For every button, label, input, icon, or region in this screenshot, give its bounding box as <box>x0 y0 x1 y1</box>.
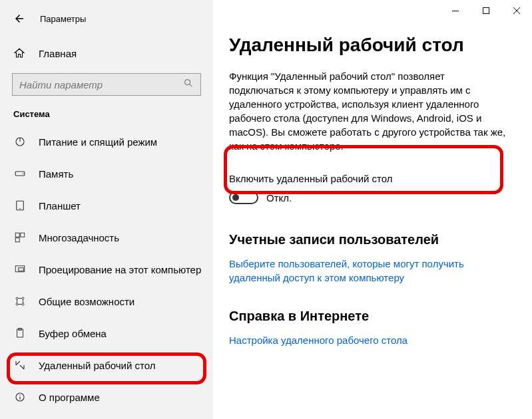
svg-point-14 <box>22 297 24 299</box>
toggle-label: Включить удаленный рабочий стол <box>229 173 513 184</box>
page-title: Удаленный рабочий стол <box>229 35 513 56</box>
svg-point-13 <box>16 297 18 299</box>
svg-rect-7 <box>19 209 21 210</box>
sidebar-home[interactable]: Главная <box>0 40 213 67</box>
sidebar-item-label: Многозадачность <box>39 232 119 243</box>
sidebar-item-multitasking[interactable]: Многозадачность <box>0 221 213 253</box>
projection-icon <box>13 263 27 275</box>
svg-point-20 <box>19 394 21 396</box>
svg-rect-9 <box>21 233 25 237</box>
search-input-wrap[interactable] <box>12 73 201 96</box>
info-icon <box>13 391 27 403</box>
remote-desktop-icon <box>13 359 27 371</box>
sidebar-item-remote-desktop[interactable]: Удаленный рабочий стол <box>0 349 213 381</box>
sidebar-home-label: Главная <box>39 48 77 59</box>
sidebar-item-label: О программе <box>39 392 100 403</box>
svg-rect-0 <box>452 11 459 11</box>
clipboard-icon <box>13 327 27 339</box>
help-heading: Справка в Интернете <box>229 309 513 324</box>
sidebar-item-label: Планшет <box>39 200 81 211</box>
sidebar-item-label: Питание и спящий режим <box>39 136 157 148</box>
svg-point-16 <box>22 303 24 305</box>
sidebar-item-clipboard[interactable]: Буфер обмена <box>0 317 213 349</box>
minimize-button[interactable] <box>440 0 471 21</box>
shared-icon <box>13 295 27 307</box>
sidebar-item-about[interactable]: О программе <box>0 381 213 413</box>
maximize-button[interactable] <box>471 0 501 21</box>
sidebar-item-tablet[interactable]: Планшет <box>0 190 213 221</box>
sidebar-item-projection[interactable]: Проецирование на этот компьютер <box>0 253 213 285</box>
multitasking-icon <box>13 231 27 243</box>
sidebar-item-label: Буфер обмена <box>39 328 107 339</box>
sidebar-item-label: Удаленный рабочий стол <box>39 360 155 371</box>
svg-rect-1 <box>483 8 489 14</box>
select-users-link[interactable]: Выберите пользователей, которые могут по… <box>229 257 509 285</box>
svg-point-5 <box>23 173 24 174</box>
search-icon <box>183 78 194 91</box>
search-input[interactable] <box>19 79 183 90</box>
setup-help-link[interactable]: Настройка удаленного рабочего стола <box>229 333 407 347</box>
back-button[interactable] <box>13 13 27 25</box>
sidebar-item-storage[interactable]: Память <box>0 158 213 190</box>
close-button[interactable] <box>501 0 532 21</box>
page-description: Функция "Удаленный рабочий стол" позволя… <box>229 69 509 153</box>
sidebar-item-label: Память <box>39 168 73 180</box>
svg-point-2 <box>185 80 190 85</box>
window-title: Параметры <box>40 14 86 24</box>
tablet-icon <box>13 200 27 211</box>
sidebar-category: Система <box>0 105 213 126</box>
remote-desktop-toggle[interactable] <box>229 191 258 204</box>
sidebar-item-label: Проецирование на этот компьютер <box>39 264 201 275</box>
svg-point-15 <box>16 303 18 305</box>
storage-icon <box>13 168 27 180</box>
accounts-heading: Учетные записи пользователей <box>229 232 513 247</box>
sidebar-item-label: Общие возможности <box>39 296 134 307</box>
svg-rect-12 <box>19 268 24 271</box>
sidebar-item-shared[interactable]: Общие возможности <box>0 285 213 317</box>
sidebar-item-power[interactable]: Питание и спящий режим <box>0 126 213 158</box>
home-icon <box>13 47 27 59</box>
svg-rect-10 <box>15 238 19 242</box>
power-icon <box>13 136 27 148</box>
svg-rect-8 <box>15 233 19 237</box>
toggle-state: Откл. <box>266 192 292 204</box>
